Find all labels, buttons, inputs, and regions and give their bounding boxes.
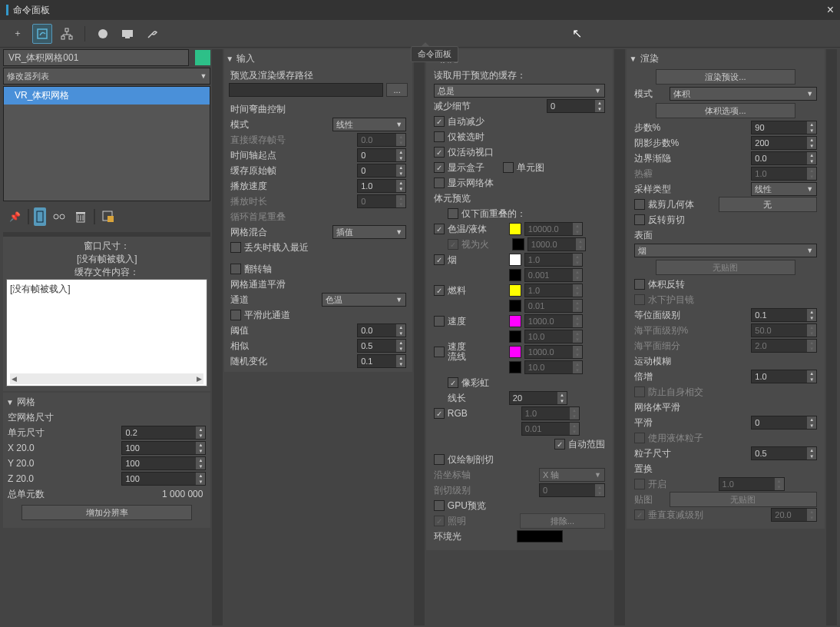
fuel-swatch1[interactable]	[509, 284, 521, 297]
lose-load-checkbox[interactable]	[230, 242, 241, 253]
rgb-checkbox[interactable]	[434, 408, 445, 419]
svg-rect-0	[65, 28, 68, 32]
pin-icon[interactable]: 📌	[6, 208, 23, 225]
speed-swatch2[interactable]	[509, 330, 521, 343]
auto-reduce-checkbox[interactable]	[434, 116, 445, 127]
stream-swatch1[interactable]	[509, 346, 521, 358]
configure-modifier-icon[interactable]	[100, 208, 117, 225]
steps-spinner[interactable]: 90▲▼	[751, 121, 817, 134]
read-cache-dropdown[interactable]: 总是▼	[434, 84, 605, 98]
ambient-swatch[interactable]	[517, 530, 563, 542]
make-unique-icon[interactable]	[51, 208, 68, 225]
rainbow-checkbox[interactable]	[448, 377, 458, 388]
only-below-checkbox[interactable]	[448, 208, 458, 219]
auto-range-checkbox[interactable]	[554, 439, 565, 450]
mode-dropdown[interactable]: 线性▼	[332, 118, 406, 131]
smoke-swatch2[interactable]	[509, 269, 521, 281]
grid-blend-label: 网格混合	[230, 226, 329, 239]
z-spinner[interactable]: 100▲▼	[121, 472, 206, 486]
delete-modifier-icon[interactable]	[72, 208, 89, 225]
fuel-swatch2[interactable]	[509, 300, 521, 312]
show-grid-body-checkbox[interactable]	[434, 177, 445, 188]
cut-level-label: 剖切级别	[434, 484, 536, 497]
heat-haze-spinner: 1.0▲▼	[751, 167, 817, 181]
motion-tab-icon[interactable]	[93, 24, 113, 44]
svg-point-3	[98, 29, 107, 38]
show-box-checkbox[interactable]	[434, 162, 445, 173]
object-name-field[interactable]: VR_体积网格001	[3, 49, 189, 66]
speed-stream-checkbox[interactable]	[434, 347, 445, 357]
volume-invert-checkbox[interactable]	[634, 279, 645, 290]
smooth-spinner[interactable]: 0▲▼	[751, 416, 817, 430]
smoke-swatch1[interactable]	[509, 254, 521, 266]
flip-axis-checkbox[interactable]	[230, 264, 241, 274]
cache-path-label: 预览及渲染缓存路径	[230, 69, 406, 82]
vertical-fade-label: 垂直衰减级别	[648, 509, 769, 522]
along-axis-dropdown: X 轴▼	[539, 468, 605, 482]
show-end-result-icon[interactable]	[34, 207, 46, 226]
temp-liquid-swatch[interactable]	[509, 223, 521, 235]
view-as-fire-swatch	[512, 238, 524, 250]
x-spinner[interactable]: 100▲▼	[121, 441, 206, 455]
reduce-detail-spinner[interactable]: 0▲▼	[547, 99, 605, 113]
smoke-checkbox[interactable]	[434, 254, 445, 265]
grid-blend-dropdown[interactable]: 插值▼	[332, 225, 406, 239]
boundary-fade-spinner[interactable]: 0.0▲▼	[751, 151, 817, 165]
multiplier-spinner[interactable]: 1.0▲▼	[751, 370, 817, 383]
random-change-spinner[interactable]: 0.1▲▼	[357, 354, 406, 368]
grid-section-header[interactable]: ▼网格	[6, 394, 207, 410]
surface-dropdown[interactable]: 烟▼	[634, 244, 818, 257]
temp-liquid-checkbox[interactable]	[434, 224, 445, 234]
only-draw-cut-checkbox[interactable]	[434, 454, 445, 465]
gpu-preview-checkbox[interactable]	[434, 500, 445, 511]
display-tab-icon[interactable]	[117, 24, 137, 44]
similar-spinner[interactable]: 0.5▲▼	[357, 339, 406, 353]
create-tab-icon[interactable]: ＋	[8, 24, 28, 44]
invert-clip-checkbox[interactable]	[634, 214, 645, 225]
cache-content-textarea[interactable]: [没有帧被载入] ◀▶	[6, 279, 207, 386]
hierarchy-tab-icon[interactable]	[57, 24, 77, 44]
smoke-spinner1: 1.0▲▼	[524, 253, 583, 267]
play-speed-spinner[interactable]: 1.0▲▼	[357, 179, 406, 193]
speed-checkbox[interactable]	[434, 316, 445, 327]
only-viewport-checkbox[interactable]	[434, 147, 445, 158]
clip-geometry-checkbox[interactable]	[634, 199, 645, 210]
channel-dropdown[interactable]: 色温▼	[322, 293, 406, 307]
input-section-header[interactable]: ▼输入	[226, 51, 411, 66]
clip-none-button[interactable]: 无	[719, 197, 818, 212]
unit-size-spinner[interactable]: 0.2▲▼	[121, 426, 206, 440]
modifier-stack[interactable]: VR_体积网格	[3, 86, 210, 201]
iso-level-spinner[interactable]: 0.1▲▼	[751, 308, 817, 322]
modifier-item[interactable]: VR_体积网格	[4, 87, 210, 104]
threshold-spinner[interactable]: 0.0▲▼	[357, 323, 406, 337]
y-spinner[interactable]: 100▲▼	[121, 456, 206, 470]
browse-button[interactable]: ...	[386, 83, 408, 97]
heat-haze-label: 热霾	[634, 168, 749, 181]
modify-tab-icon[interactable]	[32, 24, 52, 44]
speed-swatch1[interactable]	[509, 315, 521, 327]
sample-type-dropdown[interactable]: 线性▼	[751, 182, 817, 196]
stream-swatch2[interactable]	[509, 361, 521, 373]
render-section-header[interactable]: ▼渲染	[630, 51, 822, 66]
line-length-spinner[interactable]: 20▲▼	[509, 391, 567, 405]
tooltip: 命令面板	[411, 46, 458, 62]
only-selected-checkbox[interactable]	[434, 131, 445, 142]
render-preset-button[interactable]: 渲染预设...	[656, 69, 796, 85]
cache-original-spinner[interactable]: 0▲▼	[357, 164, 406, 177]
horizontal-scrollbar[interactable]: ◀▶	[10, 373, 203, 384]
close-icon[interactable]: ×	[827, 3, 834, 17]
volume-options-button[interactable]: 体积选项...	[656, 103, 796, 118]
shadow-steps-spinner[interactable]: 200▲▼	[751, 136, 817, 150]
utilities-tab-icon[interactable]	[142, 24, 162, 44]
rainbow-label: 像彩虹	[461, 377, 605, 390]
increase-resolution-button[interactable]: 增加分辨率	[21, 505, 192, 520]
timeline-start-spinner[interactable]: 0▲▼	[357, 148, 406, 162]
render-mode-dropdown[interactable]: 体积▼	[670, 87, 818, 101]
cache-path-field[interactable]	[229, 83, 383, 97]
particle-size-spinner[interactable]: 0.5▲▼	[751, 446, 817, 460]
modifier-list-dropdown[interactable]: 修改器列表▼	[3, 68, 210, 85]
smooth-this-checkbox[interactable]	[230, 310, 241, 320]
object-color-swatch[interactable]	[195, 50, 210, 65]
fuel-checkbox[interactable]	[434, 285, 445, 296]
unit-map-checkbox[interactable]	[503, 162, 514, 173]
